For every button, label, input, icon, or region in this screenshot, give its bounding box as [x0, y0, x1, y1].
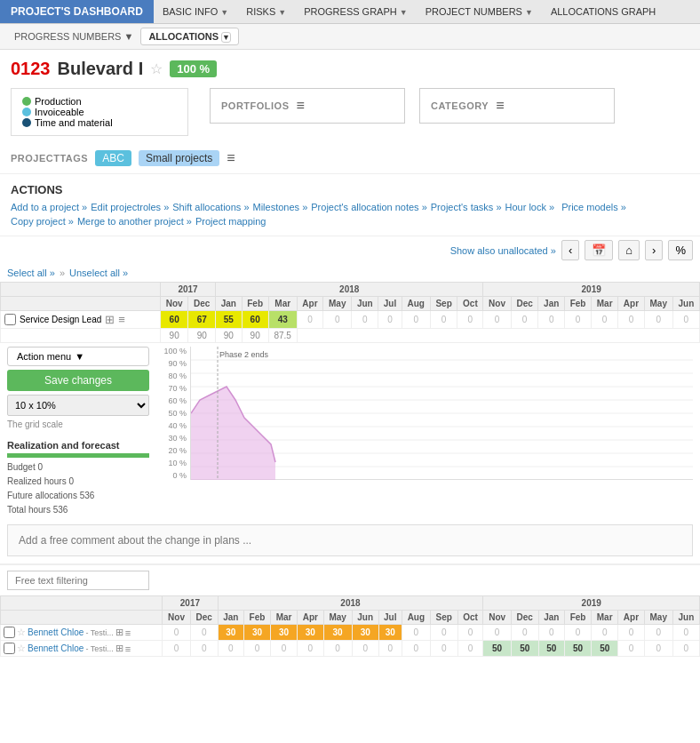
totals-row: 90 90 90 90 87.5 [1, 329, 700, 343]
category-menu-icon[interactable]: ≡ [496, 98, 504, 114]
action-milestones[interactable]: Milestones » [253, 202, 308, 212]
snav-allocations[interactable]: ALLOCATIONS ▼ [140, 28, 239, 45]
realization-bar-fill [7, 453, 149, 458]
time-material-dot [22, 118, 31, 127]
legend-box: Production Invoiceable Time and material [11, 88, 188, 136]
calendar-button[interactable]: 📅 [585, 240, 613, 260]
snav-progress-numbers[interactable]: PROGRESS NUMBERS ▼ [7, 28, 140, 44]
tag-small-projects[interactable]: Small projects [139, 150, 219, 166]
action-allocation-notes[interactable]: Project's allocation notes » [311, 202, 427, 212]
show-unallocated-link[interactable]: Show also unallocated » [450, 245, 556, 256]
action-hour-lock[interactable]: Hour lock » [505, 202, 555, 212]
person1-name: Bennett Chloe [28, 627, 84, 637]
home-button[interactable]: ⌂ [618, 240, 640, 260]
person1-sub: - Testi... [85, 628, 113, 637]
cell-apr19[interactable]: 0 [618, 311, 645, 329]
cell-nov17[interactable]: 60 [160, 311, 187, 329]
category-box[interactable]: CATEGORY ≡ [419, 88, 615, 124]
top-navigation: PROJECT'S DASHBOARD BASIC INFO ▼ RISKS ▼… [0, 0, 700, 24]
action-shift-allocations[interactable]: Shift allocations » [172, 202, 249, 212]
unselect-all-link[interactable]: Unselect all » [69, 268, 128, 278]
chart-section: Action menu ▼ Save changes 10 x 10% The … [0, 343, 700, 521]
list-icon[interactable]: ≡ [118, 313, 125, 326]
main-allocation-table: 2017 2018 2019 NovDec JanFebMar AprMayJu… [0, 282, 700, 343]
cell-mar18[interactable]: 43 [268, 311, 297, 329]
year-2019: 2019 [483, 283, 700, 297]
person1-grid-icon[interactable]: ⊞ [115, 627, 123, 638]
person2-star[interactable]: ☆ [17, 643, 26, 654]
next-button[interactable]: › [645, 240, 663, 260]
cell-aug18[interactable]: 0 [402, 311, 430, 329]
cell-jan18[interactable]: 55 [216, 311, 243, 329]
cell-dec18[interactable]: 0 [511, 311, 538, 329]
row-checkbox[interactable] [4, 314, 16, 325]
cell-oct18[interactable]: 0 [457, 311, 483, 329]
cell-jun18[interactable]: 0 [352, 311, 378, 329]
total-jan18: 90 [216, 329, 243, 343]
nav-risks[interactable]: RISKS ▼ [237, 1, 295, 22]
nav-progress-graph[interactable]: PROGRESS GRAPH ▼ [295, 1, 417, 22]
cell-jul18[interactable]: 0 [378, 311, 402, 329]
action-price-models[interactable]: Price models » [561, 202, 626, 212]
progress-badge: 100 % [170, 60, 217, 77]
person2-list-icon[interactable]: ≡ [125, 643, 131, 654]
legend-invoiceable: Invoiceable [22, 107, 177, 117]
action-add-to-project[interactable]: Add to a project » [11, 202, 87, 212]
star-icon[interactable]: ☆ [150, 60, 163, 77]
portfolios-label: PORTFOLIOS [221, 100, 290, 111]
person2-grid-icon[interactable]: ⊞ [115, 643, 123, 654]
person1-list-icon[interactable]: ≡ [125, 627, 131, 638]
nav-basic-info[interactable]: BASIC INFO ▼ [154, 1, 237, 22]
cell-may19[interactable]: 0 [644, 311, 672, 329]
tag-abc[interactable]: ABC [95, 150, 131, 166]
cell-mar19[interactable]: 0 [592, 311, 618, 329]
select-row: Select all » » Unselect all » [0, 264, 700, 282]
prev-button[interactable]: ‹ [561, 240, 579, 260]
action-project-tasks[interactable]: Project's tasks » [431, 202, 502, 212]
filter-input[interactable] [7, 571, 149, 590]
action-merge-project[interactable]: Merge to another project » [77, 216, 192, 227]
percent-button[interactable]: % [668, 240, 693, 260]
nav-dashboard[interactable]: PROJECT'S DASHBOARD [0, 0, 154, 23]
realization-title: Realization and forecast [7, 440, 149, 451]
total-feb18: 90 [242, 329, 268, 343]
person1-checkbox[interactable] [4, 627, 15, 638]
project-id: 0123 [11, 59, 51, 79]
cell-feb18[interactable]: 60 [242, 311, 268, 329]
portfolios-menu-icon[interactable]: ≡ [297, 98, 305, 114]
action-edit-projectroles[interactable]: Edit projectroles » [91, 202, 169, 212]
actions-title: ACTIONS [11, 183, 689, 196]
cell-apr18[interactable]: 0 [297, 311, 323, 329]
realization-bar [7, 453, 149, 458]
action-copy-project[interactable]: Copy project » [11, 216, 74, 227]
cell-dec17[interactable]: 67 [188, 311, 216, 329]
cell-jan19[interactable]: 0 [538, 311, 565, 329]
cell-jun19[interactable]: 0 [672, 311, 699, 329]
grid-icon[interactable]: ⊞ [105, 313, 115, 326]
sub-allocation-table: 2017 2018 2019 NovDec JanFebMar AprMayJu… [0, 595, 700, 657]
nav-project-numbers[interactable]: PROJECT NUMBERS ▼ [417, 1, 542, 22]
save-changes-button[interactable]: Save changes [7, 370, 149, 391]
grid-scale-select[interactable]: 10 x 10% [7, 395, 149, 416]
cell-may18[interactable]: 0 [323, 311, 352, 329]
table-header-name [1, 283, 161, 297]
tags-menu-icon[interactable]: ≡ [227, 150, 235, 166]
portfolios-box[interactable]: PORTFOLIOS ≡ [210, 88, 405, 124]
select-all-link[interactable]: Select all » [7, 268, 55, 278]
total-nov17: 90 [160, 329, 187, 343]
comment-input[interactable] [7, 524, 693, 556]
project-tags-label: PROJECTTAGS [11, 153, 88, 164]
action-project-mapping[interactable]: Project mapping [195, 216, 266, 227]
legend-time-material: Time and material [22, 117, 177, 128]
action-menu-button[interactable]: Action menu ▼ [7, 347, 149, 366]
cell-nov18[interactable]: 0 [483, 311, 511, 329]
person2-checkbox[interactable] [4, 643, 15, 654]
category-label: CATEGORY [431, 100, 489, 111]
person-row-1: ☆ Bennett Chloe - Testi... ⊞ ≡ 0 0 30 30… [1, 625, 700, 641]
production-dot [22, 97, 31, 106]
nav-allocations-graph[interactable]: ALLOCATIONS GRAPH [542, 1, 664, 22]
cell-feb19[interactable]: 0 [564, 311, 591, 329]
cell-sep18[interactable]: 0 [430, 311, 457, 329]
person1-star[interactable]: ☆ [17, 627, 26, 638]
actions-section: ACTIONS Add to a project » Edit projectr… [0, 174, 700, 236]
